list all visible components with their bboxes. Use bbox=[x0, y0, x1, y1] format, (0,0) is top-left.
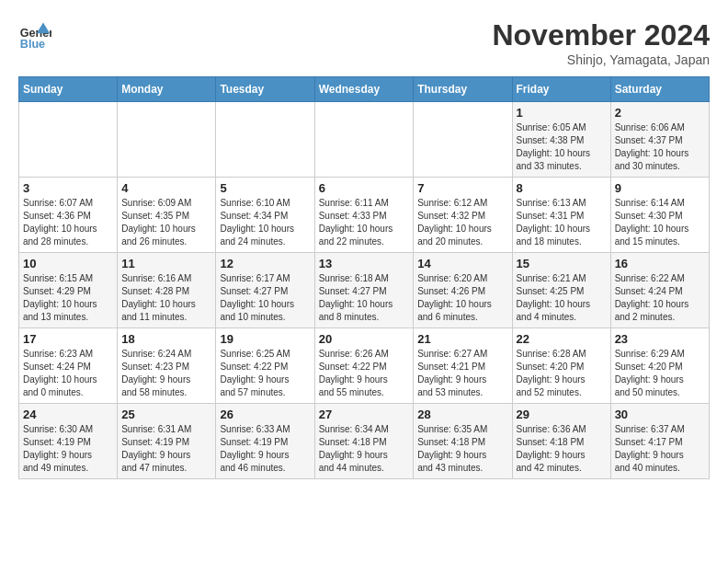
calendar-cell bbox=[19, 102, 118, 178]
day-info: Sunrise: 6:29 AM Sunset: 4:20 PM Dayligh… bbox=[615, 348, 705, 399]
day-number: 2 bbox=[615, 106, 705, 120]
day-number: 10 bbox=[23, 257, 113, 270]
weekday-header: Monday bbox=[118, 77, 216, 102]
calendar-cell: 25Sunrise: 6:31 AM Sunset: 4:19 PM Dayli… bbox=[118, 404, 216, 479]
calendar-cell: 5Sunrise: 6:10 AM Sunset: 4:34 PM Daylig… bbox=[216, 178, 314, 253]
calendar-cell: 13Sunrise: 6:18 AM Sunset: 4:27 PM Dayli… bbox=[314, 253, 414, 328]
day-info: Sunrise: 6:33 AM Sunset: 4:19 PM Dayligh… bbox=[220, 423, 310, 475]
calendar-cell: 26Sunrise: 6:33 AM Sunset: 4:19 PM Dayli… bbox=[216, 404, 314, 479]
day-number: 12 bbox=[220, 257, 310, 270]
day-number: 8 bbox=[517, 181, 607, 195]
logo-icon: General Blue bbox=[18, 18, 51, 52]
day-info: Sunrise: 6:35 AM Sunset: 4:18 PM Dayligh… bbox=[417, 423, 507, 475]
day-number: 14 bbox=[417, 257, 507, 270]
calendar-cell: 20Sunrise: 6:26 AM Sunset: 4:22 PM Dayli… bbox=[314, 328, 414, 404]
calendar-cell: 8Sunrise: 6:13 AM Sunset: 4:31 PM Daylig… bbox=[512, 178, 610, 253]
calendar-cell: 27Sunrise: 6:34 AM Sunset: 4:18 PM Dayli… bbox=[314, 404, 414, 479]
calendar-cell: 22Sunrise: 6:28 AM Sunset: 4:20 PM Dayli… bbox=[512, 328, 610, 404]
day-info: Sunrise: 6:16 AM Sunset: 4:28 PM Dayligh… bbox=[121, 272, 211, 324]
title-block: November 2024 Shinjo, Yamagata, Japan bbox=[492, 18, 710, 67]
calendar-cell bbox=[216, 102, 314, 178]
day-number: 20 bbox=[319, 332, 410, 346]
calendar-cell: 17Sunrise: 6:23 AM Sunset: 4:24 PM Dayli… bbox=[19, 328, 118, 404]
day-number: 17 bbox=[23, 332, 113, 346]
calendar-cell: 30Sunrise: 6:37 AM Sunset: 4:17 PM Dayli… bbox=[610, 404, 709, 479]
day-number: 6 bbox=[319, 181, 410, 195]
calendar-cell bbox=[118, 102, 216, 178]
day-info: Sunrise: 6:30 AM Sunset: 4:19 PM Dayligh… bbox=[23, 423, 113, 475]
calendar-cell: 12Sunrise: 6:17 AM Sunset: 4:27 PM Dayli… bbox=[216, 253, 314, 328]
calendar-cell: 1Sunrise: 6:05 AM Sunset: 4:38 PM Daylig… bbox=[512, 102, 610, 178]
day-info: Sunrise: 6:20 AM Sunset: 4:26 PM Dayligh… bbox=[417, 272, 507, 324]
day-number: 19 bbox=[220, 332, 310, 346]
day-info: Sunrise: 6:11 AM Sunset: 4:33 PM Dayligh… bbox=[319, 197, 410, 248]
day-info: Sunrise: 6:13 AM Sunset: 4:31 PM Dayligh… bbox=[517, 197, 607, 248]
day-info: Sunrise: 6:17 AM Sunset: 4:27 PM Dayligh… bbox=[220, 272, 310, 324]
calendar-cell: 7Sunrise: 6:12 AM Sunset: 4:32 PM Daylig… bbox=[414, 178, 512, 253]
calendar-cell: 29Sunrise: 6:36 AM Sunset: 4:18 PM Dayli… bbox=[512, 404, 610, 479]
day-info: Sunrise: 6:07 AM Sunset: 4:36 PM Dayligh… bbox=[23, 197, 113, 248]
day-number: 30 bbox=[615, 408, 705, 421]
day-info: Sunrise: 6:36 AM Sunset: 4:18 PM Dayligh… bbox=[517, 423, 607, 475]
weekday-header: Friday bbox=[512, 77, 610, 102]
svg-text:Blue: Blue bbox=[20, 38, 45, 51]
day-number: 28 bbox=[417, 408, 507, 421]
day-info: Sunrise: 6:14 AM Sunset: 4:30 PM Dayligh… bbox=[615, 197, 705, 248]
calendar-cell: 2Sunrise: 6:06 AM Sunset: 4:37 PM Daylig… bbox=[610, 102, 709, 178]
calendar-week-row: 17Sunrise: 6:23 AM Sunset: 4:24 PM Dayli… bbox=[19, 328, 710, 404]
day-number: 23 bbox=[615, 332, 705, 346]
location-subtitle: Shinjo, Yamagata, Japan bbox=[492, 52, 710, 67]
day-info: Sunrise: 6:24 AM Sunset: 4:23 PM Dayligh… bbox=[121, 348, 211, 399]
weekday-header: Sunday bbox=[19, 77, 118, 102]
day-info: Sunrise: 6:28 AM Sunset: 4:20 PM Dayligh… bbox=[517, 348, 607, 399]
day-number: 16 bbox=[615, 257, 705, 270]
day-number: 3 bbox=[23, 181, 113, 195]
day-number: 24 bbox=[23, 408, 113, 421]
day-number: 18 bbox=[121, 332, 211, 346]
weekday-header: Tuesday bbox=[216, 77, 314, 102]
day-info: Sunrise: 6:31 AM Sunset: 4:19 PM Dayligh… bbox=[121, 423, 211, 475]
day-number: 26 bbox=[220, 408, 310, 421]
calendar-week-row: 24Sunrise: 6:30 AM Sunset: 4:19 PM Dayli… bbox=[19, 404, 710, 479]
calendar-cell: 15Sunrise: 6:21 AM Sunset: 4:25 PM Dayli… bbox=[512, 253, 610, 328]
day-number: 9 bbox=[615, 181, 705, 195]
day-number: 29 bbox=[517, 408, 607, 421]
day-info: Sunrise: 6:27 AM Sunset: 4:21 PM Dayligh… bbox=[417, 348, 507, 399]
calendar-cell: 28Sunrise: 6:35 AM Sunset: 4:18 PM Dayli… bbox=[414, 404, 512, 479]
day-info: Sunrise: 6:23 AM Sunset: 4:24 PM Dayligh… bbox=[23, 348, 113, 399]
calendar-cell bbox=[314, 102, 414, 178]
day-info: Sunrise: 6:25 AM Sunset: 4:22 PM Dayligh… bbox=[220, 348, 310, 399]
day-number: 22 bbox=[517, 332, 607, 346]
calendar-cell: 18Sunrise: 6:24 AM Sunset: 4:23 PM Dayli… bbox=[118, 328, 216, 404]
calendar-week-row: 1Sunrise: 6:05 AM Sunset: 4:38 PM Daylig… bbox=[19, 102, 710, 178]
calendar-cell: 14Sunrise: 6:20 AM Sunset: 4:26 PM Dayli… bbox=[414, 253, 512, 328]
calendar-cell: 9Sunrise: 6:14 AM Sunset: 4:30 PM Daylig… bbox=[610, 178, 709, 253]
calendar-cell: 23Sunrise: 6:29 AM Sunset: 4:20 PM Dayli… bbox=[610, 328, 709, 404]
calendar-cell: 11Sunrise: 6:16 AM Sunset: 4:28 PM Dayli… bbox=[118, 253, 216, 328]
day-info: Sunrise: 6:34 AM Sunset: 4:18 PM Dayligh… bbox=[319, 423, 410, 475]
calendar-cell: 16Sunrise: 6:22 AM Sunset: 4:24 PM Dayli… bbox=[610, 253, 709, 328]
day-number: 13 bbox=[319, 257, 410, 270]
calendar-cell: 3Sunrise: 6:07 AM Sunset: 4:36 PM Daylig… bbox=[19, 178, 118, 253]
day-info: Sunrise: 6:18 AM Sunset: 4:27 PM Dayligh… bbox=[319, 272, 410, 324]
calendar-cell: 10Sunrise: 6:15 AM Sunset: 4:29 PM Dayli… bbox=[19, 253, 118, 328]
logo: General Blue bbox=[18, 18, 51, 52]
day-number: 25 bbox=[121, 408, 211, 421]
month-title: November 2024 bbox=[492, 18, 710, 52]
day-info: Sunrise: 6:15 AM Sunset: 4:29 PM Dayligh… bbox=[23, 272, 113, 324]
calendar-cell: 24Sunrise: 6:30 AM Sunset: 4:19 PM Dayli… bbox=[19, 404, 118, 479]
day-number: 4 bbox=[121, 181, 211, 195]
day-number: 21 bbox=[417, 332, 507, 346]
day-number: 1 bbox=[517, 106, 607, 120]
day-number: 11 bbox=[121, 257, 211, 270]
weekday-header: Wednesday bbox=[314, 77, 414, 102]
day-number: 27 bbox=[319, 408, 410, 421]
day-info: Sunrise: 6:10 AM Sunset: 4:34 PM Dayligh… bbox=[220, 197, 310, 248]
day-info: Sunrise: 6:12 AM Sunset: 4:32 PM Dayligh… bbox=[417, 197, 507, 248]
day-info: Sunrise: 6:22 AM Sunset: 4:24 PM Dayligh… bbox=[615, 272, 705, 324]
day-info: Sunrise: 6:26 AM Sunset: 4:22 PM Dayligh… bbox=[319, 348, 410, 399]
weekday-header-row: SundayMondayTuesdayWednesdayThursdayFrid… bbox=[19, 77, 710, 102]
weekday-header: Saturday bbox=[610, 77, 709, 102]
day-info: Sunrise: 6:21 AM Sunset: 4:25 PM Dayligh… bbox=[517, 272, 607, 324]
calendar-week-row: 3Sunrise: 6:07 AM Sunset: 4:36 PM Daylig… bbox=[19, 178, 710, 253]
